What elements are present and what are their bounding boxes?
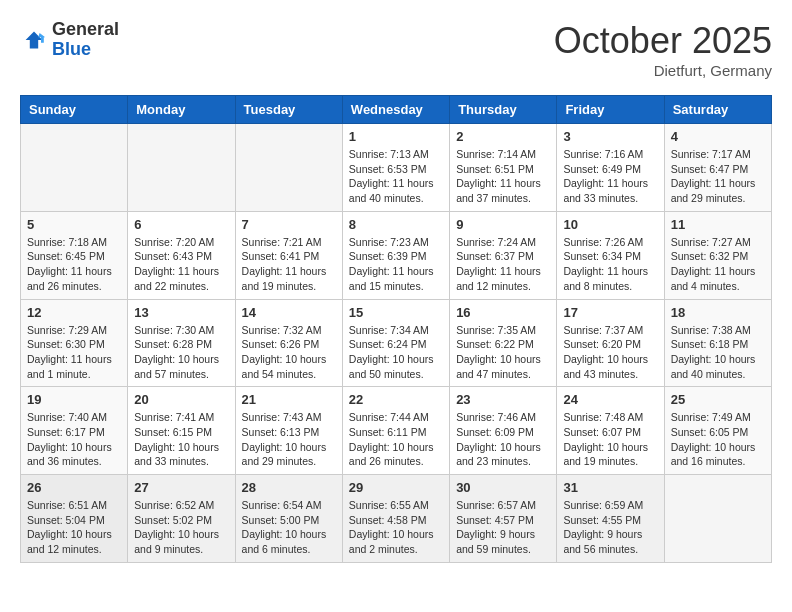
- day-number: 15: [349, 305, 443, 320]
- day-number: 27: [134, 480, 228, 495]
- cell-content: Sunrise: 6:52 AM Sunset: 5:02 PM Dayligh…: [134, 498, 228, 557]
- title-block: October 2025 Dietfurt, Germany: [554, 20, 772, 79]
- calendar-cell: 3Sunrise: 7:16 AM Sunset: 6:49 PM Daylig…: [557, 124, 664, 212]
- day-number: 3: [563, 129, 657, 144]
- calendar-cell: 2Sunrise: 7:14 AM Sunset: 6:51 PM Daylig…: [450, 124, 557, 212]
- day-number: 8: [349, 217, 443, 232]
- cell-content: Sunrise: 7:18 AM Sunset: 6:45 PM Dayligh…: [27, 235, 121, 294]
- week-row-4: 19Sunrise: 7:40 AM Sunset: 6:17 PM Dayli…: [21, 387, 772, 475]
- calendar-cell: 13Sunrise: 7:30 AM Sunset: 6:28 PM Dayli…: [128, 299, 235, 387]
- calendar-cell: [21, 124, 128, 212]
- calendar-cell: 16Sunrise: 7:35 AM Sunset: 6:22 PM Dayli…: [450, 299, 557, 387]
- calendar-cell: [664, 475, 771, 563]
- day-number: 17: [563, 305, 657, 320]
- week-row-1: 1Sunrise: 7:13 AM Sunset: 6:53 PM Daylig…: [21, 124, 772, 212]
- day-number: 22: [349, 392, 443, 407]
- cell-content: Sunrise: 7:37 AM Sunset: 6:20 PM Dayligh…: [563, 323, 657, 382]
- week-row-5: 26Sunrise: 6:51 AM Sunset: 5:04 PM Dayli…: [21, 475, 772, 563]
- cell-content: Sunrise: 6:54 AM Sunset: 5:00 PM Dayligh…: [242, 498, 336, 557]
- cell-content: Sunrise: 6:55 AM Sunset: 4:58 PM Dayligh…: [349, 498, 443, 557]
- calendar-cell: 31Sunrise: 6:59 AM Sunset: 4:55 PM Dayli…: [557, 475, 664, 563]
- calendar-cell: 1Sunrise: 7:13 AM Sunset: 6:53 PM Daylig…: [342, 124, 449, 212]
- day-number: 19: [27, 392, 121, 407]
- calendar-cell: 23Sunrise: 7:46 AM Sunset: 6:09 PM Dayli…: [450, 387, 557, 475]
- calendar-cell: 17Sunrise: 7:37 AM Sunset: 6:20 PM Dayli…: [557, 299, 664, 387]
- day-number: 11: [671, 217, 765, 232]
- logo-general: General: [52, 19, 119, 39]
- cell-content: Sunrise: 6:57 AM Sunset: 4:57 PM Dayligh…: [456, 498, 550, 557]
- calendar-cell: 29Sunrise: 6:55 AM Sunset: 4:58 PM Dayli…: [342, 475, 449, 563]
- day-number: 18: [671, 305, 765, 320]
- calendar-cell: 27Sunrise: 6:52 AM Sunset: 5:02 PM Dayli…: [128, 475, 235, 563]
- calendar-cell: 11Sunrise: 7:27 AM Sunset: 6:32 PM Dayli…: [664, 211, 771, 299]
- cell-content: Sunrise: 7:26 AM Sunset: 6:34 PM Dayligh…: [563, 235, 657, 294]
- weekday-header-monday: Monday: [128, 96, 235, 124]
- cell-content: Sunrise: 7:20 AM Sunset: 6:43 PM Dayligh…: [134, 235, 228, 294]
- weekday-header-wednesday: Wednesday: [342, 96, 449, 124]
- calendar-table: SundayMondayTuesdayWednesdayThursdayFrid…: [20, 95, 772, 563]
- calendar-cell: 22Sunrise: 7:44 AM Sunset: 6:11 PM Dayli…: [342, 387, 449, 475]
- day-number: 16: [456, 305, 550, 320]
- day-number: 23: [456, 392, 550, 407]
- cell-content: Sunrise: 7:41 AM Sunset: 6:15 PM Dayligh…: [134, 410, 228, 469]
- calendar-cell: 25Sunrise: 7:49 AM Sunset: 6:05 PM Dayli…: [664, 387, 771, 475]
- week-row-2: 5Sunrise: 7:18 AM Sunset: 6:45 PM Daylig…: [21, 211, 772, 299]
- day-number: 29: [349, 480, 443, 495]
- calendar-cell: 5Sunrise: 7:18 AM Sunset: 6:45 PM Daylig…: [21, 211, 128, 299]
- week-row-3: 12Sunrise: 7:29 AM Sunset: 6:30 PM Dayli…: [21, 299, 772, 387]
- logo: General Blue: [20, 20, 119, 60]
- logo-icon: [20, 26, 48, 54]
- location: Dietfurt, Germany: [554, 62, 772, 79]
- logo-blue: Blue: [52, 39, 91, 59]
- calendar-cell: 9Sunrise: 7:24 AM Sunset: 6:37 PM Daylig…: [450, 211, 557, 299]
- day-number: 14: [242, 305, 336, 320]
- calendar-cell: 8Sunrise: 7:23 AM Sunset: 6:39 PM Daylig…: [342, 211, 449, 299]
- day-number: 10: [563, 217, 657, 232]
- cell-content: Sunrise: 7:40 AM Sunset: 6:17 PM Dayligh…: [27, 410, 121, 469]
- cell-content: Sunrise: 7:23 AM Sunset: 6:39 PM Dayligh…: [349, 235, 443, 294]
- cell-content: Sunrise: 7:17 AM Sunset: 6:47 PM Dayligh…: [671, 147, 765, 206]
- cell-content: Sunrise: 7:34 AM Sunset: 6:24 PM Dayligh…: [349, 323, 443, 382]
- calendar-cell: 21Sunrise: 7:43 AM Sunset: 6:13 PM Dayli…: [235, 387, 342, 475]
- logo-name: General Blue: [52, 20, 119, 60]
- calendar-cell: 28Sunrise: 6:54 AM Sunset: 5:00 PM Dayli…: [235, 475, 342, 563]
- calendar-cell: 10Sunrise: 7:26 AM Sunset: 6:34 PM Dayli…: [557, 211, 664, 299]
- day-number: 28: [242, 480, 336, 495]
- day-number: 13: [134, 305, 228, 320]
- cell-content: Sunrise: 7:16 AM Sunset: 6:49 PM Dayligh…: [563, 147, 657, 206]
- cell-content: Sunrise: 6:59 AM Sunset: 4:55 PM Dayligh…: [563, 498, 657, 557]
- calendar-cell: [128, 124, 235, 212]
- weekday-header-row: SundayMondayTuesdayWednesdayThursdayFrid…: [21, 96, 772, 124]
- day-number: 12: [27, 305, 121, 320]
- day-number: 25: [671, 392, 765, 407]
- calendar-cell: 6Sunrise: 7:20 AM Sunset: 6:43 PM Daylig…: [128, 211, 235, 299]
- day-number: 30: [456, 480, 550, 495]
- cell-content: Sunrise: 7:43 AM Sunset: 6:13 PM Dayligh…: [242, 410, 336, 469]
- calendar-cell: 20Sunrise: 7:41 AM Sunset: 6:15 PM Dayli…: [128, 387, 235, 475]
- day-number: 20: [134, 392, 228, 407]
- cell-content: Sunrise: 7:24 AM Sunset: 6:37 PM Dayligh…: [456, 235, 550, 294]
- calendar-cell: 26Sunrise: 6:51 AM Sunset: 5:04 PM Dayli…: [21, 475, 128, 563]
- weekday-header-friday: Friday: [557, 96, 664, 124]
- weekday-header-sunday: Sunday: [21, 96, 128, 124]
- cell-content: Sunrise: 7:29 AM Sunset: 6:30 PM Dayligh…: [27, 323, 121, 382]
- day-number: 5: [27, 217, 121, 232]
- calendar-cell: [235, 124, 342, 212]
- calendar-cell: 19Sunrise: 7:40 AM Sunset: 6:17 PM Dayli…: [21, 387, 128, 475]
- calendar-cell: 4Sunrise: 7:17 AM Sunset: 6:47 PM Daylig…: [664, 124, 771, 212]
- day-number: 24: [563, 392, 657, 407]
- cell-content: Sunrise: 7:49 AM Sunset: 6:05 PM Dayligh…: [671, 410, 765, 469]
- cell-content: Sunrise: 7:38 AM Sunset: 6:18 PM Dayligh…: [671, 323, 765, 382]
- calendar-cell: 14Sunrise: 7:32 AM Sunset: 6:26 PM Dayli…: [235, 299, 342, 387]
- day-number: 26: [27, 480, 121, 495]
- cell-content: Sunrise: 7:46 AM Sunset: 6:09 PM Dayligh…: [456, 410, 550, 469]
- day-number: 9: [456, 217, 550, 232]
- logo-text-block: General Blue: [52, 20, 119, 60]
- month-title: October 2025: [554, 20, 772, 62]
- cell-content: Sunrise: 7:32 AM Sunset: 6:26 PM Dayligh…: [242, 323, 336, 382]
- weekday-header-saturday: Saturday: [664, 96, 771, 124]
- calendar-cell: 7Sunrise: 7:21 AM Sunset: 6:41 PM Daylig…: [235, 211, 342, 299]
- cell-content: Sunrise: 7:35 AM Sunset: 6:22 PM Dayligh…: [456, 323, 550, 382]
- cell-content: Sunrise: 7:44 AM Sunset: 6:11 PM Dayligh…: [349, 410, 443, 469]
- cell-content: Sunrise: 7:48 AM Sunset: 6:07 PM Dayligh…: [563, 410, 657, 469]
